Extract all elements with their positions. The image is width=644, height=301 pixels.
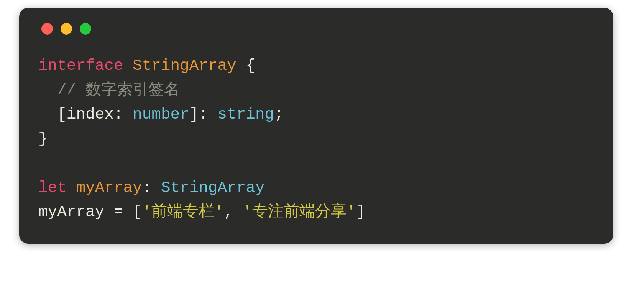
class-token: StringArray bbox=[133, 57, 237, 74]
window-controls bbox=[38, 23, 594, 35]
close-icon[interactable] bbox=[41, 23, 53, 35]
string-token: ' bbox=[347, 203, 356, 221]
punct-token: : bbox=[142, 179, 161, 197]
var-token: myArray bbox=[76, 179, 142, 197]
punct-token: = bbox=[114, 203, 123, 221]
string-token: 专注前端分享 bbox=[252, 203, 347, 221]
text-token bbox=[233, 203, 243, 221]
keyword-token: interface bbox=[38, 57, 123, 74]
text-token bbox=[67, 179, 76, 197]
keyword-token: let bbox=[38, 179, 67, 197]
maximize-icon[interactable] bbox=[80, 23, 91, 35]
punct-token: [ bbox=[57, 106, 67, 123]
code-window: interface StringArray { // 数字索引签名 [index… bbox=[19, 8, 613, 244]
text-token bbox=[123, 203, 133, 221]
punct-token: ] bbox=[189, 106, 199, 123]
minimize-icon[interactable] bbox=[61, 23, 72, 35]
punct-token: ] bbox=[356, 203, 365, 221]
text-token bbox=[123, 57, 133, 74]
punct-token: : bbox=[199, 106, 217, 123]
text-token bbox=[237, 57, 246, 74]
punct-token: [ bbox=[133, 203, 142, 221]
punct-token: : bbox=[114, 106, 133, 123]
type-token: number bbox=[133, 106, 189, 123]
punct-token: } bbox=[38, 130, 48, 148]
text-token bbox=[38, 81, 57, 99]
string-token: ' bbox=[214, 203, 224, 221]
punct-token: { bbox=[246, 57, 255, 74]
text-token bbox=[38, 106, 57, 123]
var-token: myArray bbox=[38, 203, 104, 221]
punct-token: ; bbox=[274, 106, 284, 123]
string-token: 前端专栏 bbox=[151, 203, 214, 221]
text-token: index bbox=[67, 106, 114, 123]
type-token: StringArray bbox=[161, 179, 265, 197]
string-token: ' bbox=[142, 203, 152, 221]
comment-token: // 数字索引签名 bbox=[57, 81, 180, 99]
code-content: interface StringArray { // 数字索引签名 [index… bbox=[38, 54, 594, 225]
text-token bbox=[104, 203, 114, 221]
string-token: ' bbox=[243, 203, 252, 221]
type-token: string bbox=[218, 106, 274, 123]
punct-token: , bbox=[224, 203, 233, 221]
